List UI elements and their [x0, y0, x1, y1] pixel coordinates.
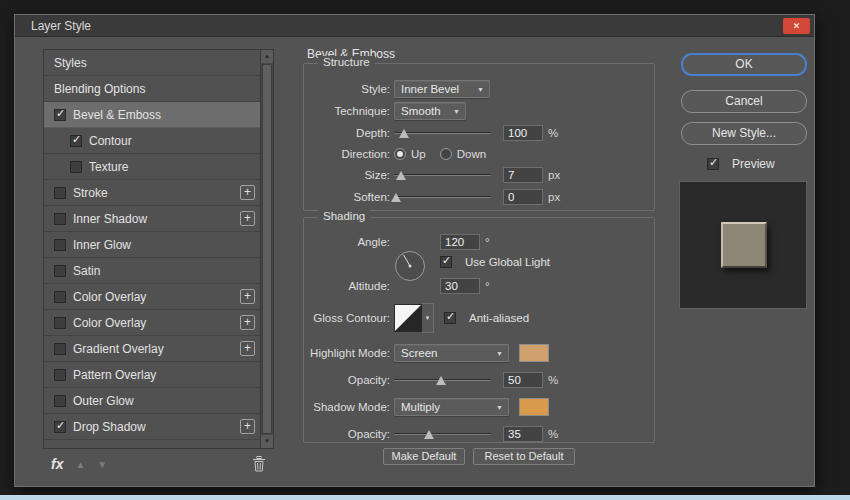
shadow-color-swatch[interactable]: [519, 398, 549, 416]
sidebar-item-color-overlay[interactable]: Color Overlay +: [44, 310, 260, 336]
direction-up-label[interactable]: Up: [411, 148, 426, 160]
direction-up-radio[interactable]: [394, 148, 406, 160]
depth-input[interactable]: 100: [503, 125, 543, 141]
effect-checkbox[interactable]: [54, 291, 66, 303]
move-effect-down-icon[interactable]: ▼: [97, 459, 107, 470]
add-effect-icon[interactable]: +: [240, 341, 255, 356]
sidebar-item-drop-shadow[interactable]: Drop Shadow +: [44, 414, 260, 440]
sidebar-item-texture[interactable]: Texture: [44, 154, 260, 180]
angle-dial[interactable]: [394, 250, 426, 282]
cancel-button[interactable]: Cancel: [681, 90, 807, 113]
sidebar-item-styles[interactable]: Styles: [44, 50, 260, 76]
effect-checkbox[interactable]: [70, 161, 82, 173]
direction-down-label[interactable]: Down: [457, 148, 486, 160]
sidebar-item-bevel-emboss[interactable]: Bevel & Emboss: [44, 102, 260, 128]
new-style-button[interactable]: New Style...: [681, 122, 807, 145]
soften-slider[interactable]: [394, 190, 491, 204]
add-effect-icon[interactable]: +: [240, 289, 255, 304]
slider-thumb[interactable]: [399, 129, 409, 138]
sidebar-item-label: Outer Glow: [73, 394, 134, 408]
move-effect-up-icon[interactable]: ▲: [75, 459, 85, 470]
highlight-mode-dropdown[interactable]: Screen ▼: [394, 344, 509, 362]
close-button[interactable]: ✕: [783, 18, 810, 34]
anti-aliased-label[interactable]: Anti-aliased: [469, 312, 529, 324]
shadow-mode-row: Shadow Mode: Multiply ▼: [306, 396, 654, 418]
use-global-light-label[interactable]: Use Global Light: [465, 256, 550, 268]
make-default-button[interactable]: Make Default: [383, 448, 465, 465]
angle-input[interactable]: 120: [440, 234, 480, 250]
technique-dropdown[interactable]: Smooth ▼: [394, 102, 466, 120]
highlight-opacity-slider[interactable]: [394, 373, 491, 387]
sidebar-item-contour[interactable]: Contour: [44, 128, 260, 154]
scrollbar-thumb[interactable]: [262, 64, 272, 434]
depth-slider[interactable]: [394, 126, 491, 140]
chevron-down-icon[interactable]: ▼: [422, 303, 434, 333]
trash-icon[interactable]: [252, 456, 266, 472]
fx-icon[interactable]: fx: [51, 456, 63, 472]
style-dropdown[interactable]: Inner Bevel ▼: [394, 80, 490, 98]
sidebar-item-inner-shadow[interactable]: Inner Shadow +: [44, 206, 260, 232]
chevron-down-icon: ▼: [449, 108, 460, 115]
shadow-opacity-input[interactable]: 35: [503, 426, 543, 442]
slider-thumb[interactable]: [396, 171, 406, 180]
sidebar-item-inner-glow[interactable]: Inner Glow: [44, 232, 260, 258]
slider-thumb[interactable]: [436, 376, 446, 385]
shadow-mode-dropdown[interactable]: Multiply ▼: [394, 398, 509, 416]
sidebar-item-stroke[interactable]: Stroke +: [44, 180, 260, 206]
effect-checkbox[interactable]: [54, 421, 66, 433]
effect-checkbox[interactable]: [54, 343, 66, 355]
size-slider[interactable]: [394, 168, 491, 182]
sidebar-item-gradient-overlay[interactable]: Gradient Overlay +: [44, 336, 260, 362]
effect-checkbox[interactable]: [70, 135, 82, 147]
slider-track[interactable]: [394, 196, 491, 198]
gloss-contour-picker[interactable]: ▼: [394, 303, 434, 333]
slider-thumb[interactable]: [391, 193, 401, 202]
preview-label[interactable]: Preview: [732, 157, 775, 171]
effect-checkbox[interactable]: [54, 239, 66, 251]
styles-list-rows: Styles Blending Options Bevel & Emboss C…: [44, 50, 260, 448]
angle-row: Angle: 120 °: [306, 232, 654, 252]
reset-to-default-button[interactable]: Reset to Default: [473, 448, 575, 465]
gloss-contour-thumbnail[interactable]: [394, 304, 422, 332]
sidebar-item-blending-options[interactable]: Blending Options: [44, 76, 260, 102]
slider-track[interactable]: [394, 433, 491, 435]
direction-down-radio[interactable]: [440, 148, 452, 160]
effect-checkbox[interactable]: [54, 317, 66, 329]
sidebar-item-label: Inner Glow: [73, 238, 131, 252]
preview-checkbox[interactable]: [707, 158, 719, 170]
style-row: Style: Inner Bevel ▼: [306, 78, 654, 100]
sidebar-item-pattern-overlay[interactable]: Pattern Overlay: [44, 362, 260, 388]
altitude-input[interactable]: 30: [440, 278, 480, 294]
shadow-mode-label: Shadow Mode:: [306, 401, 390, 413]
shadow-opacity-slider[interactable]: [394, 427, 491, 441]
effect-checkbox[interactable]: [54, 395, 66, 407]
add-effect-icon[interactable]: +: [240, 315, 255, 330]
scroll-down-icon[interactable]: ▼: [261, 435, 273, 448]
styles-list-scrollbar[interactable]: ▲ ▼: [260, 50, 273, 448]
scroll-up-icon[interactable]: ▲: [261, 50, 273, 63]
sidebar-item-satin[interactable]: Satin: [44, 258, 260, 284]
effect-checkbox[interactable]: [54, 213, 66, 225]
highlight-opacity-input[interactable]: 50: [503, 372, 543, 388]
soften-input[interactable]: 0: [503, 189, 543, 205]
highlight-color-swatch[interactable]: [519, 344, 549, 362]
styles-list: Styles Blending Options Bevel & Emboss C…: [43, 49, 274, 449]
slider-track[interactable]: [394, 174, 491, 176]
effect-checkbox[interactable]: [54, 187, 66, 199]
size-input[interactable]: 7: [503, 167, 543, 183]
chevron-down-icon: ▼: [492, 404, 503, 411]
add-effect-icon[interactable]: +: [240, 185, 255, 200]
ok-button[interactable]: OK: [681, 53, 807, 76]
add-effect-icon[interactable]: +: [240, 419, 255, 434]
add-effect-icon[interactable]: +: [240, 211, 255, 226]
effect-checkbox[interactable]: [54, 109, 66, 121]
use-global-light-checkbox[interactable]: [440, 256, 452, 268]
slider-thumb[interactable]: [424, 430, 434, 439]
dialog-titlebar[interactable]: Layer Style ✕: [15, 15, 814, 37]
effect-checkbox[interactable]: [54, 369, 66, 381]
angle-unit: °: [485, 236, 490, 248]
effect-checkbox[interactable]: [54, 265, 66, 277]
sidebar-item-outer-glow[interactable]: Outer Glow: [44, 388, 260, 414]
sidebar-item-color-overlay[interactable]: Color Overlay +: [44, 284, 260, 310]
anti-aliased-checkbox[interactable]: [444, 312, 456, 324]
